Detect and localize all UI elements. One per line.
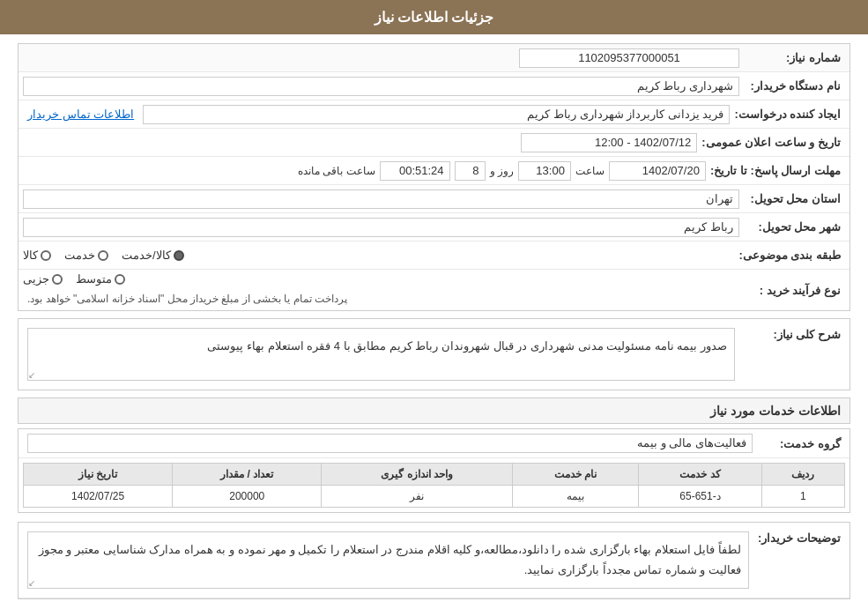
buyer-org-label: نام دستگاه خریدار: bbox=[739, 79, 845, 93]
buyer-org-value: شهرداری رباط کریم bbox=[23, 77, 739, 96]
radio-mutavas-icon bbox=[115, 274, 125, 285]
resize-handle[interactable]: ↙ bbox=[26, 368, 37, 382]
description-label: شرح کلی نیاز: bbox=[739, 323, 845, 345]
service-group-value[interactable]: فعالیت‌های مالی و بیمه bbox=[27, 434, 753, 453]
page-header: جزئیات اطلاعات نیاز bbox=[0, 0, 868, 34]
cell-service-name: بیمه bbox=[512, 486, 638, 508]
purchase-type-mutavas[interactable]: متوسط bbox=[76, 272, 125, 286]
category-option-khedmat[interactable]: خدمت bbox=[64, 249, 108, 262]
purchase-type-label: نوع فرآیند خرید : bbox=[739, 284, 845, 297]
buyer-notes-label: توضیحات خریدار: bbox=[753, 527, 845, 549]
announce-date-value: 1402/07/12 - 12:00 bbox=[521, 133, 697, 152]
creator-label: ایجاد کننده درخواست: bbox=[730, 108, 845, 121]
buyer-notes-value: لطفاً فایل استعلام بهاء بارگزاری شده را … bbox=[27, 531, 749, 589]
city-value: رباط کریم bbox=[23, 218, 739, 237]
description-value: صدور بیمه نامه مسئولیت مدنی شهرداری در ق… bbox=[27, 328, 735, 381]
col-quantity: تعداد / مقدار bbox=[173, 464, 322, 486]
service-group-label: گروه خدمت: bbox=[753, 437, 841, 450]
response-days-label: روز و bbox=[490, 165, 514, 177]
response-time-label: ساعت bbox=[575, 165, 605, 177]
purchase-type-jozi[interactable]: جزیی bbox=[23, 272, 63, 286]
buyer-notes-resize-handle[interactable]: ↙ bbox=[26, 576, 37, 590]
category-option-kala[interactable]: کالا bbox=[23, 249, 51, 262]
contact-link[interactable]: اطلاعات تماس خریدار bbox=[23, 108, 138, 121]
response-date: 1402/07/20 bbox=[609, 161, 706, 181]
province-value: تهران bbox=[23, 189, 739, 209]
cell-row-num: 1 bbox=[761, 486, 844, 508]
col-unit: واحد اندازه گیری bbox=[322, 464, 513, 486]
need-number-value: 1102095377000051 bbox=[519, 48, 739, 68]
response-time: 13:00 bbox=[518, 161, 571, 181]
page-title: جزئیات اطلاعات نیاز bbox=[375, 10, 494, 25]
cell-quantity: 200000 bbox=[173, 486, 322, 508]
services-table: ردیف کد خدمت نام خدمت واحد اندازه گیری ت… bbox=[23, 463, 845, 508]
radio-khedmat-icon bbox=[98, 250, 108, 261]
response-days: 8 bbox=[455, 161, 486, 181]
radio-kala-khedmat-icon bbox=[174, 250, 184, 261]
category-label: طبقه بندی موضوعی: bbox=[734, 249, 845, 262]
response-remaining-label: ساعت باقی مانده bbox=[298, 165, 375, 177]
cell-service-code: د-651-65 bbox=[639, 486, 761, 508]
cell-unit: نفر bbox=[322, 486, 513, 508]
radio-jozi-icon bbox=[52, 274, 63, 285]
col-need-date: تاریخ نیاز bbox=[24, 464, 173, 486]
category-radio-group: کالا/خدمت خدمت کالا bbox=[23, 249, 734, 262]
radio-kala-icon bbox=[41, 250, 51, 261]
announce-date-label: تاریخ و ساعت اعلان عمومی: bbox=[697, 136, 845, 149]
col-row-num: ردیف bbox=[761, 464, 844, 486]
city-label: شهر محل تحویل: bbox=[739, 220, 845, 234]
need-number-label: شماره نیاز: bbox=[739, 51, 845, 64]
province-label: استان محل تحویل: bbox=[739, 192, 845, 205]
services-section-title: اطلاعات خدمات مورد نیاز bbox=[18, 397, 850, 424]
purchase-type-radio-group: متوسط جزیی bbox=[23, 272, 125, 286]
category-option-kala-khedmat[interactable]: کالا/خدمت bbox=[122, 249, 184, 262]
table-row: 1 د-651-65 بیمه نفر 200000 1402/07/25 bbox=[24, 486, 845, 508]
response-remaining: 00:51:24 bbox=[380, 161, 450, 181]
cell-need-date: 1402/07/25 bbox=[24, 486, 173, 508]
col-service-name: نام خدمت bbox=[512, 464, 638, 486]
creator-value: فرید یزدانی کاربرداز شهرداری رباط کریم bbox=[143, 105, 730, 124]
col-service-code: کد خدمت bbox=[639, 464, 761, 486]
response-deadline-label: مهلت ارسال پاسخ: تا تاریخ: bbox=[706, 164, 845, 177]
purchase-type-note: پرداخت تمام یا بخشی از مبلغ خریداز محل "… bbox=[23, 290, 352, 308]
